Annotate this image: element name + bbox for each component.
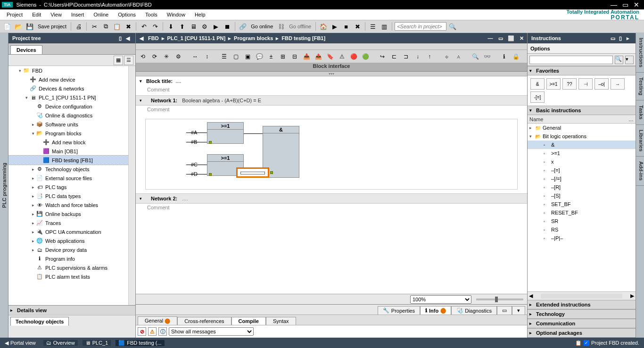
technology-header[interactable]: ▸Technology (528, 309, 636, 319)
minimize-icon[interactable]: — (608, 1, 619, 8)
portal-view-button[interactable]: ◀ Portal view (2, 340, 39, 346)
tree-item[interactable]: ▸🌐Web applications (8, 236, 135, 245)
tree-item[interactable]: ▸📦Software units (8, 120, 135, 129)
expander-icon[interactable]: ▸ (30, 248, 36, 252)
options-header[interactable]: Options (528, 43, 636, 54)
instruction-item[interactable]: ▫>=1 (528, 149, 636, 157)
search-go-icon[interactable]: 🔍 (447, 21, 458, 32)
tab-info[interactable]: ℹInfo⬤ (420, 306, 451, 315)
instruction-item[interactable]: ▫–[S] (528, 191, 636, 200)
go-online-button[interactable]: Go online (249, 24, 275, 29)
split-h-icon[interactable]: ☰ (368, 21, 378, 32)
go-offline-icon[interactable]: ⛓ (276, 21, 286, 32)
network-2-comment[interactable]: Comment (136, 204, 527, 213)
zoom-slider[interactable] (476, 298, 523, 300)
expander-icon[interactable]: ▾ (529, 134, 535, 139)
open-project-icon[interactable]: 📂 (13, 21, 24, 32)
fbd-testing-button[interactable]: 🟦 FBD testing (... (116, 340, 164, 346)
col-more-icon[interactable]: … (628, 116, 634, 122)
instr-pin-icon[interactable]: ▯ (617, 35, 624, 41)
expander-icon[interactable]: ▸ (30, 230, 36, 234)
fbd-drop-target[interactable] (236, 167, 269, 178)
ed-btn-1[interactable]: ⟲ (138, 51, 148, 62)
pane-pin-icon[interactable]: ▯ (116, 35, 124, 41)
instr-hscroll[interactable]: ◀▶ (528, 291, 636, 300)
instruction-tree[interactable]: ▸📁General▾📂Bit logic operations▫&▫>=1▫x▫… (528, 124, 636, 291)
instruction-item[interactable]: ▫SR (528, 217, 636, 225)
tree-item[interactable]: ▸🔌OPC UA communication (8, 227, 135, 236)
vtab-addins[interactable]: Add-ins (636, 157, 644, 186)
hw-icon[interactable]: 🖥 (188, 21, 198, 32)
save-project-button[interactable]: Save project (36, 24, 68, 29)
expander-icon[interactable]: ▾ (24, 95, 29, 100)
print-icon[interactable]: 🖨 (74, 21, 84, 32)
crumb-3[interactable]: FBD testing [FB1] (281, 35, 325, 41)
ed-btn-r[interactable]: 👓 (482, 51, 492, 62)
ed-btn-5[interactable]: ↔ (190, 51, 200, 62)
subtab-compile[interactable]: Compile (231, 317, 266, 325)
tree-list-icon[interactable]: ☰ (124, 56, 133, 65)
ed-btn-p[interactable]: ⟑ (453, 51, 463, 62)
undo-icon[interactable]: ↶ (139, 21, 149, 32)
tree-item[interactable]: ▸🏷PLC tags (8, 182, 135, 191)
tab-properties[interactable]: 🔧Properties (378, 306, 420, 315)
expander-icon[interactable]: ▸ (30, 122, 36, 127)
maximize-icon[interactable]: ▭ (619, 1, 631, 8)
save-icon[interactable]: 💾 (25, 21, 35, 32)
expander-icon[interactable]: ▸ (30, 185, 36, 190)
ed-btn-k[interactable]: ⊏ (389, 51, 399, 62)
instruction-item[interactable]: ▫–[/=] (528, 174, 636, 183)
instruction-item[interactable]: ▫–[=] (528, 166, 636, 174)
tree-item[interactable]: 📋PLC alarm text lists (8, 272, 135, 281)
tree-item[interactable]: ▾🖥PLC_1 [CPU 1511-1 PN] (8, 93, 135, 102)
x-icon[interactable]: ✖ (352, 21, 363, 32)
instruction-item[interactable]: ▫& (528, 141, 636, 149)
block-comment[interactable]: Comment (136, 86, 527, 95)
ed-btn-s[interactable]: ℹ (499, 51, 509, 62)
tree-item[interactable]: ⚠PLC supervisions & alarms (8, 263, 135, 272)
editor-canvas-scroll[interactable]: ▾ Block title: .... Comment ▾ Network 1:… (136, 76, 527, 294)
instruction-item[interactable]: ▫RS (528, 225, 636, 234)
instruction-search-input[interactable] (529, 56, 613, 64)
ed-btn-h[interactable]: 🔴 (348, 51, 359, 62)
ed-btn-l[interactable]: ⊐ (401, 51, 411, 62)
expander-icon[interactable]: ▾ (17, 68, 23, 73)
vtab-testing[interactable]: Testing (636, 73, 644, 100)
favorite-button[interactable]: >=1 (546, 78, 561, 90)
crumb-1[interactable]: PLC_1 [CPU 1511-1 PN] (167, 35, 226, 41)
favorite-button[interactable]: -[=] (530, 91, 545, 103)
ed-btn-6[interactable]: ↕ (202, 51, 212, 62)
instr-search-btn1[interactable]: 🔍 (615, 56, 623, 64)
fbd-canvas-1[interactable]: >=1 >=1 & (145, 119, 518, 190)
expander-icon[interactable]: ▸ (30, 167, 36, 172)
search-input[interactable] (395, 22, 446, 31)
favorite-button[interactable]: –o| (594, 78, 609, 90)
ed-btn-box2[interactable]: ▣ (242, 51, 253, 62)
tree-item[interactable]: 🟦FBD testing [FB1] (8, 156, 135, 165)
ed-btn-d[interactable]: 📥 (301, 51, 312, 62)
favorites-header[interactable]: ▾ Favorites (528, 66, 636, 75)
menu-project[interactable]: Project (2, 11, 27, 18)
instr-layout-icon[interactable]: ▭ (609, 35, 617, 41)
expander-icon[interactable]: ▸ (30, 239, 36, 243)
redo-icon[interactable]: ↷ (150, 21, 160, 32)
ed-btn-4[interactable]: ⚙ (173, 51, 183, 62)
tree-item[interactable]: ⚙Device configuration (8, 102, 135, 111)
stop-cpu-icon[interactable]: ■ (341, 21, 351, 32)
cut-icon[interactable]: ✂ (89, 21, 99, 32)
tree-item[interactable]: 🟪Main [OB1] (8, 147, 135, 156)
ed-btn-3[interactable]: ✳ (161, 51, 172, 62)
ed-btn-i[interactable]: 🟢 (360, 51, 371, 62)
basic-instructions-header[interactable]: ▾ Basic instructions (528, 106, 636, 115)
tree-item[interactable]: ▸💾Online backups (8, 209, 135, 218)
accessible-icon[interactable]: 🏠 (318, 21, 329, 32)
tree-item[interactable]: ▾📁FBD (8, 66, 135, 75)
block-title-value[interactable]: .... (175, 78, 181, 84)
favorite-button[interactable]: ⊣ (578, 78, 593, 90)
tree-item[interactable]: 🩺Online & diagnostics (8, 111, 135, 120)
tab-technology-objects[interactable]: Technology objects (10, 317, 69, 326)
ed-btn-o[interactable]: ⟐ (441, 51, 452, 62)
start-cpu-icon[interactable]: ▶ (330, 21, 340, 32)
subtab-general[interactable]: General ⬤ (138, 316, 177, 325)
breadcrumb-back-icon[interactable]: ◀ (138, 35, 145, 41)
